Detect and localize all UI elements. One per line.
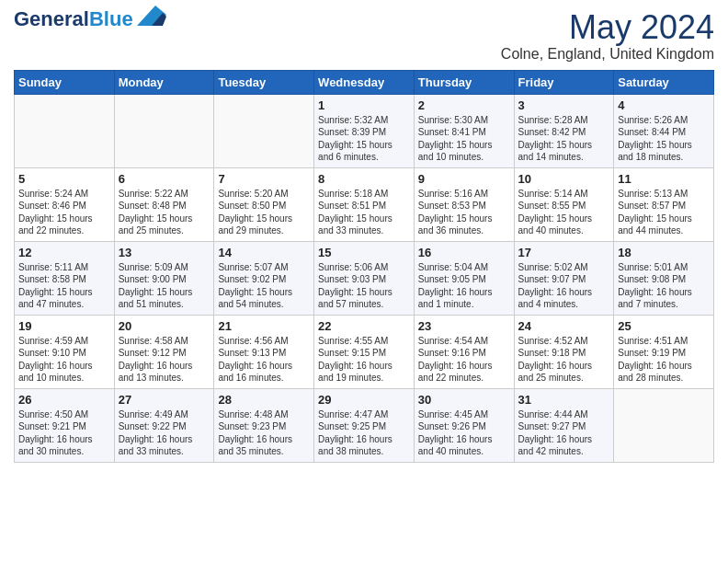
- day-info: Sunrise: 5:22 AMSunset: 8:48 PMDaylight:…: [119, 188, 210, 237]
- day-number: 16: [418, 246, 510, 259]
- day-number: 17: [518, 246, 610, 259]
- day-number: 20: [119, 319, 210, 333]
- calendar-cell: 2Sunrise: 5:30 AMSunset: 8:41 PMDaylight…: [414, 94, 514, 167]
- calendar-cell: 11Sunrise: 5:13 AMSunset: 8:57 PMDayligh…: [614, 167, 714, 241]
- col-monday: Monday: [114, 70, 214, 94]
- day-number: 7: [218, 172, 310, 186]
- day-number: 19: [18, 319, 110, 333]
- day-info: Sunrise: 5:06 AMSunset: 9:03 PMDaylight:…: [318, 261, 410, 311]
- day-number: 26: [18, 393, 110, 407]
- day-number: 22: [318, 319, 410, 333]
- calendar-cell: 31Sunrise: 4:44 AMSunset: 9:27 PMDayligh…: [514, 388, 614, 462]
- day-info: Sunrise: 5:07 AMSunset: 9:02 PMDaylight:…: [218, 261, 310, 311]
- calendar-cell: 17Sunrise: 5:02 AMSunset: 9:07 PMDayligh…: [514, 241, 614, 315]
- day-number: 29: [318, 393, 410, 407]
- day-info: Sunrise: 5:20 AMSunset: 8:50 PMDaylight:…: [218, 188, 310, 237]
- calendar-cell: 10Sunrise: 5:14 AMSunset: 8:55 PMDayligh…: [514, 167, 614, 241]
- calendar-cell: 23Sunrise: 4:54 AMSunset: 9:16 PMDayligh…: [414, 315, 514, 388]
- day-info: Sunrise: 4:54 AMSunset: 9:16 PMDaylight:…: [418, 335, 510, 385]
- day-number: 14: [218, 246, 310, 259]
- day-info: Sunrise: 5:30 AMSunset: 8:41 PMDaylight:…: [418, 114, 510, 164]
- day-info: Sunrise: 5:04 AMSunset: 9:05 PMDaylight:…: [418, 261, 510, 311]
- page: GeneralBlue May 2024 Colne, England, Uni…: [0, 0, 728, 477]
- day-number: 21: [218, 319, 310, 333]
- calendar-cell: 12Sunrise: 5:11 AMSunset: 8:58 PMDayligh…: [15, 241, 115, 315]
- col-tuesday: Tuesday: [214, 70, 314, 94]
- day-info: Sunrise: 5:18 AMSunset: 8:51 PMDaylight:…: [318, 188, 410, 237]
- day-info: Sunrise: 4:59 AMSunset: 9:10 PMDaylight:…: [18, 335, 110, 385]
- col-friday: Friday: [514, 70, 614, 94]
- calendar-week-5: 26Sunrise: 4:50 AMSunset: 9:21 PMDayligh…: [15, 388, 714, 462]
- day-number: 5: [18, 172, 110, 186]
- day-number: 12: [18, 246, 110, 259]
- day-info: Sunrise: 4:47 AMSunset: 9:25 PMDaylight:…: [318, 408, 410, 458]
- day-info: Sunrise: 5:28 AMSunset: 8:42 PMDaylight:…: [518, 114, 610, 164]
- calendar-cell: 3Sunrise: 5:28 AMSunset: 8:42 PMDaylight…: [514, 94, 614, 167]
- day-info: Sunrise: 4:44 AMSunset: 9:27 PMDaylight:…: [518, 408, 610, 458]
- day-info: Sunrise: 4:58 AMSunset: 9:12 PMDaylight:…: [119, 335, 210, 385]
- calendar-cell: 30Sunrise: 4:45 AMSunset: 9:26 PMDayligh…: [414, 388, 514, 462]
- title-block: May 2024 Colne, England, United Kingdom: [501, 9, 714, 63]
- day-number: 6: [119, 172, 210, 186]
- day-number: 28: [218, 393, 310, 407]
- day-info: Sunrise: 4:56 AMSunset: 9:13 PMDaylight:…: [218, 335, 310, 385]
- day-number: 2: [418, 98, 510, 112]
- day-number: 3: [518, 98, 610, 112]
- calendar-week-2: 5Sunrise: 5:24 AMSunset: 8:46 PMDaylight…: [15, 167, 714, 241]
- day-info: Sunrise: 4:52 AMSunset: 9:18 PMDaylight:…: [518, 335, 610, 385]
- calendar-cell: 13Sunrise: 5:09 AMSunset: 9:00 PMDayligh…: [114, 241, 214, 315]
- day-number: 23: [418, 319, 510, 333]
- calendar-cell: 29Sunrise: 4:47 AMSunset: 9:25 PMDayligh…: [314, 388, 415, 462]
- day-info: Sunrise: 5:13 AMSunset: 8:57 PMDaylight:…: [618, 188, 710, 237]
- day-number: 10: [518, 172, 610, 186]
- col-thursday: Thursday: [414, 70, 514, 94]
- day-info: Sunrise: 5:16 AMSunset: 8:53 PMDaylight:…: [418, 188, 510, 237]
- calendar-cell: 1Sunrise: 5:32 AMSunset: 8:39 PMDaylight…: [314, 94, 415, 167]
- day-number: 25: [618, 319, 710, 333]
- calendar-cell: 25Sunrise: 4:51 AMSunset: 9:19 PMDayligh…: [614, 315, 714, 388]
- calendar-cell: 27Sunrise: 4:49 AMSunset: 9:22 PMDayligh…: [114, 388, 214, 462]
- calendar-table: Sunday Monday Tuesday Wednesday Thursday…: [14, 70, 714, 463]
- calendar-cell: [15, 94, 115, 167]
- calendar-cell: 8Sunrise: 5:18 AMSunset: 8:51 PMDaylight…: [314, 167, 415, 241]
- calendar-cell: 18Sunrise: 5:01 AMSunset: 9:08 PMDayligh…: [614, 241, 714, 315]
- calendar-cell: 21Sunrise: 4:56 AMSunset: 9:13 PMDayligh…: [214, 315, 314, 388]
- col-saturday: Saturday: [614, 70, 714, 94]
- day-info: Sunrise: 5:11 AMSunset: 8:58 PMDaylight:…: [18, 261, 110, 311]
- day-info: Sunrise: 4:50 AMSunset: 9:21 PMDaylight:…: [18, 408, 110, 458]
- calendar-cell: 28Sunrise: 4:48 AMSunset: 9:23 PMDayligh…: [214, 388, 314, 462]
- calendar-cell: 26Sunrise: 4:50 AMSunset: 9:21 PMDayligh…: [15, 388, 115, 462]
- day-info: Sunrise: 4:48 AMSunset: 9:23 PMDaylight:…: [218, 408, 310, 458]
- day-info: Sunrise: 4:45 AMSunset: 9:26 PMDaylight:…: [418, 408, 510, 458]
- day-info: Sunrise: 5:32 AMSunset: 8:39 PMDaylight:…: [318, 114, 410, 164]
- calendar-cell: [614, 388, 714, 462]
- calendar-cell: [214, 94, 314, 167]
- location: Colne, England, United Kingdom: [501, 46, 714, 63]
- logo-icon: [137, 6, 166, 26]
- calendar-cell: 9Sunrise: 5:16 AMSunset: 8:53 PMDaylight…: [414, 167, 514, 241]
- day-info: Sunrise: 5:26 AMSunset: 8:44 PMDaylight:…: [618, 114, 710, 164]
- day-number: 15: [318, 246, 410, 259]
- day-number: 18: [618, 246, 710, 259]
- day-number: 11: [618, 172, 710, 186]
- calendar-cell: 4Sunrise: 5:26 AMSunset: 8:44 PMDaylight…: [614, 94, 714, 167]
- day-number: 13: [119, 246, 210, 259]
- day-info: Sunrise: 5:14 AMSunset: 8:55 PMDaylight:…: [518, 188, 610, 237]
- calendar-cell: 20Sunrise: 4:58 AMSunset: 9:12 PMDayligh…: [114, 315, 214, 388]
- month-year: May 2024: [501, 9, 714, 46]
- col-sunday: Sunday: [15, 70, 115, 94]
- calendar-cell: 6Sunrise: 5:22 AMSunset: 8:48 PMDaylight…: [114, 167, 214, 241]
- calendar-cell: 16Sunrise: 5:04 AMSunset: 9:05 PMDayligh…: [414, 241, 514, 315]
- day-number: 4: [618, 98, 710, 112]
- day-number: 30: [418, 393, 510, 407]
- calendar-week-4: 19Sunrise: 4:59 AMSunset: 9:10 PMDayligh…: [15, 315, 714, 388]
- calendar-cell: 24Sunrise: 4:52 AMSunset: 9:18 PMDayligh…: [514, 315, 614, 388]
- header: GeneralBlue May 2024 Colne, England, Uni…: [14, 9, 714, 63]
- day-info: Sunrise: 5:09 AMSunset: 9:00 PMDaylight:…: [119, 261, 210, 311]
- calendar-week-1: 1Sunrise: 5:32 AMSunset: 8:39 PMDaylight…: [15, 94, 714, 167]
- day-info: Sunrise: 4:55 AMSunset: 9:15 PMDaylight:…: [318, 335, 410, 385]
- calendar-cell: 22Sunrise: 4:55 AMSunset: 9:15 PMDayligh…: [314, 315, 415, 388]
- day-number: 27: [119, 393, 210, 407]
- calendar-cell: 5Sunrise: 5:24 AMSunset: 8:46 PMDaylight…: [15, 167, 115, 241]
- col-wednesday: Wednesday: [314, 70, 415, 94]
